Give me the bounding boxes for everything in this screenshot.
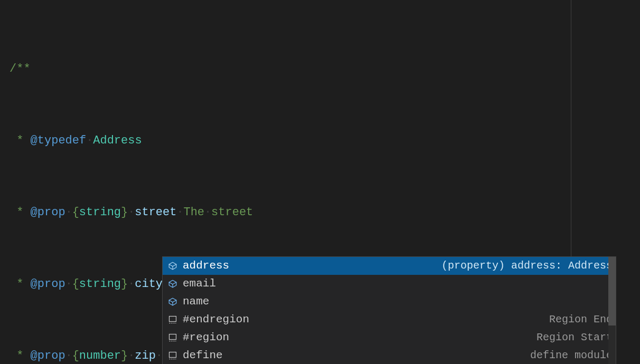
suggest-scrollbar-thumb[interactable] [608,257,616,325]
field-icon [166,279,180,289]
code-line: * @prop·{string}·street·The·street [10,204,640,222]
suggest-item-email[interactable]: email [163,275,616,293]
field-icon [166,297,180,306]
suggest-label: #endregion [183,311,249,329]
suggest-detail: Region End [549,311,613,329]
suggest-detail: (property) address: Address [441,257,613,275]
suggest-item-define[interactable]: define define module [163,347,616,364]
svg-rect-10 [170,352,176,358]
suggest-detail: define module [530,347,613,364]
snippet-icon [166,351,180,360]
param-name: street [135,206,176,219]
suggest-item-endregion[interactable]: #endregion Region End [163,311,616,329]
suggest-label: address [183,257,229,275]
jsdoc-tag: @typedef [31,134,87,147]
svg-rect-5 [170,334,176,340]
field-icon [166,261,180,271]
suggest-label: #region [183,329,229,347]
type-name: Address [93,134,142,147]
suggest-item-region[interactable]: #region Region Start [163,329,616,347]
snippet-icon [166,333,180,342]
suggest-label: define [183,347,223,364]
suggest-item-name[interactable]: name [163,293,616,311]
snippet-icon [166,315,180,324]
code-line: /** [10,60,640,78]
jsdoc-tag: @prop [31,206,65,219]
svg-rect-0 [170,317,176,322]
code-line: * @typedef·Address [10,132,640,150]
suggest-scrollbar[interactable] [608,257,616,364]
comment-start: /** [10,62,31,75]
suggest-detail: Region Start [537,329,613,347]
autocomplete-popup[interactable]: address (property) address: Address emai… [162,256,616,364]
suggest-label: email [183,275,216,293]
suggest-label: name [183,293,209,311]
suggest-item-address[interactable]: address (property) address: Address [163,257,616,275]
